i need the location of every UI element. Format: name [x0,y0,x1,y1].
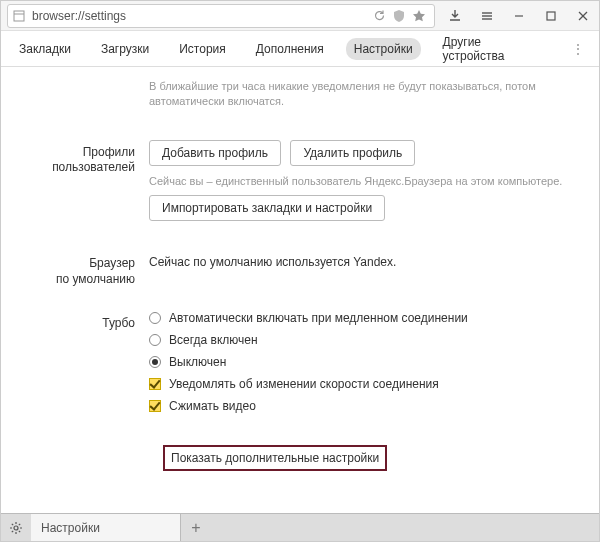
turbo-radio-always[interactable]: Всегда включен [149,333,581,347]
address-bar-actions [373,9,430,23]
turbo-label: Турбо [19,311,149,421]
add-profile-button[interactable]: Добавить профиль [149,140,281,166]
nav-extensions[interactable]: Дополнения [248,38,332,60]
radio-icon [149,356,161,368]
nav-downloads[interactable]: Загрузки [93,38,157,60]
show-advanced-link[interactable]: Показать дополнительные настройки [163,445,387,471]
profiles-label: Профилипользователей [19,140,149,227]
titlebar [1,1,599,31]
svg-rect-6 [547,12,555,20]
bookmark-star-icon[interactable] [412,9,426,23]
turbo-radio-auto[interactable]: Автоматически включать при медленном сое… [149,311,581,325]
settings-navbar: Закладки Загрузки История Дополнения Нас… [1,31,599,67]
turbo-check-notify[interactable]: Уведомлять об изменении скорости соедине… [149,377,581,391]
default-browser-label: Браузерпо умолчанию [19,251,149,287]
maximize-button[interactable] [535,1,567,31]
tab-label: Настройки [41,521,100,535]
address-bar[interactable] [7,4,435,28]
turbo-radio-off[interactable]: Выключен [149,355,581,369]
menu-icon[interactable] [471,1,503,31]
nav-more-icon[interactable]: ⋮ [567,41,589,57]
notifications-hint: В ближайшие три часа никакие уведомления… [149,79,581,110]
svg-point-9 [14,526,18,530]
section-default-browser: Браузерпо умолчанию Сейчас по умолчанию … [19,251,581,287]
settings-content: В ближайшие три часа никакие уведомления… [1,67,599,513]
gear-icon[interactable] [1,514,31,541]
page-icon [12,9,26,23]
nav-history[interactable]: История [171,38,234,60]
minimize-button[interactable] [503,1,535,31]
import-button[interactable]: Импортировать закладки и настройки [149,195,385,221]
nav-settings[interactable]: Настройки [346,38,421,60]
nav-other-devices[interactable]: Другие устройства [435,31,553,67]
section-notifications: В ближайшие три часа никакие уведомления… [19,77,581,116]
checkbox-label: Уведомлять об изменении скорости соедине… [169,377,439,391]
radio-icon [149,312,161,324]
radio-label: Выключен [169,355,226,369]
close-button[interactable] [567,1,599,31]
svg-rect-0 [14,11,24,21]
downloads-icon[interactable] [439,1,471,31]
default-browser-text: Сейчас по умолчанию используется Yandex. [149,251,581,269]
url-input[interactable] [32,9,373,23]
checkbox-label: Сжимать видео [169,399,256,413]
advanced-settings: Показать дополнительные настройки [163,445,581,471]
radio-label: Автоматически включать при медленном сое… [169,311,468,325]
radio-icon [149,334,161,346]
new-tab-button[interactable]: + [181,514,211,541]
checkbox-icon [149,400,161,412]
tab-bar: Настройки + [1,513,599,541]
nav-bookmarks[interactable]: Закладки [11,38,79,60]
remove-profile-button[interactable]: Удалить профиль [290,140,415,166]
turbo-check-compress[interactable]: Сжимать видео [149,399,581,413]
reload-icon[interactable] [373,9,386,22]
section-profiles: Профилипользователей Добавить профиль Уд… [19,140,581,227]
shield-icon[interactable] [392,9,406,23]
tab-settings[interactable]: Настройки [31,514,181,541]
profiles-hint: Сейчас вы – единственный пользователь Ян… [149,174,581,189]
radio-label: Всегда включен [169,333,258,347]
section-turbo: Турбо Автоматически включать при медленн… [19,311,581,421]
checkbox-icon [149,378,161,390]
window-controls [439,1,599,31]
